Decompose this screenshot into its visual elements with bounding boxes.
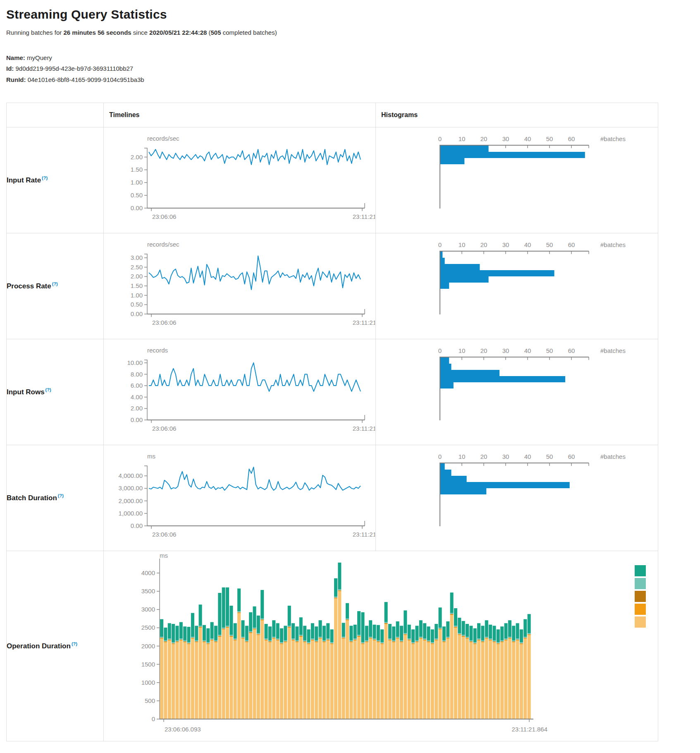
stacked-bar-segment	[323, 640, 326, 641]
stacked-bar-segment	[210, 640, 214, 640]
operation-duration-label: Operation Duration	[7, 642, 71, 650]
stacked-bar-segment	[288, 606, 291, 626]
stacked-bar-segment	[187, 627, 190, 642]
svg-text:8.00: 8.00	[131, 370, 143, 377]
stacked-bar-segment	[307, 644, 310, 719]
histogram-bar	[440, 276, 489, 283]
svg-text:2.00: 2.00	[131, 153, 143, 160]
stacked-bar-segment	[245, 642, 248, 643]
stacked-bar-segment	[439, 630, 442, 719]
histogram-bar	[440, 146, 489, 152]
stacked-bar-segment	[253, 629, 256, 630]
batch-duration-help-icon[interactable]: (?)	[58, 493, 64, 498]
stacked-bar-segment	[411, 644, 415, 719]
stacked-bar-segment	[512, 626, 515, 640]
query-runid-line: RunId: 04e101e6-8bf8-4165-9099-9104c951b…	[6, 74, 694, 85]
svg-text:records/sec: records/sec	[147, 241, 179, 248]
stacked-bar-segment	[446, 637, 449, 638]
stacked-bar-segment	[458, 618, 461, 633]
svg-text:0: 0	[438, 347, 442, 354]
stacked-bar-segment	[439, 628, 442, 628]
stacked-bar-segment	[257, 634, 260, 634]
stacked-bar-segment	[257, 634, 260, 635]
stacked-bar-segment	[172, 643, 175, 643]
stacked-bar-segment	[323, 642, 326, 719]
stacked-bar-segment	[477, 640, 480, 640]
query-id-label: Id:	[6, 65, 14, 72]
input-rate-label: Input Rate	[7, 176, 41, 184]
stacked-bar-segment	[523, 637, 527, 638]
stacked-bar-segment	[423, 640, 426, 640]
stacked-bar-segment	[241, 637, 244, 638]
stacked-bar-segment	[280, 644, 283, 719]
table-row-input-rate: Input Rate(?) records/sec0.000.501.001.5…	[7, 127, 658, 233]
histogram-chart-svg: 0102030405060#batches	[376, 127, 657, 231]
stacked-bar-segment	[334, 597, 337, 598]
stacked-bar-segment	[404, 635, 407, 719]
process-rate-help-icon[interactable]: (?)	[52, 281, 58, 286]
stacked-bar-segment	[253, 628, 256, 629]
query-name-label: Name:	[6, 54, 25, 61]
svg-text:23:06:06: 23:06:06	[152, 213, 176, 220]
stacked-bar-segment	[469, 642, 473, 719]
stacked-bar-segment	[469, 641, 473, 642]
stacked-bar-segment	[183, 640, 186, 641]
table-row-process-rate: Process Rate(?) records/sec0.000.501.001…	[7, 233, 658, 339]
stacked-bar-segment	[311, 640, 314, 640]
svg-text:60: 60	[568, 453, 575, 460]
stacked-bar-segment	[265, 640, 268, 640]
stacked-bar-segment	[354, 640, 357, 640]
stacked-bar-segment	[168, 638, 171, 639]
stacked-bar-segment	[396, 639, 399, 719]
input-rows-help-icon[interactable]: (?)	[45, 387, 51, 392]
stacked-bar-segment	[469, 626, 473, 640]
svg-text:ms: ms	[147, 453, 155, 460]
y-axis	[144, 360, 147, 420]
stacked-bar-segment	[288, 628, 291, 719]
stacked-bar-segment	[291, 640, 295, 640]
stacked-bar-segment	[299, 636, 303, 636]
stacked-bar-segment	[226, 628, 229, 719]
stacked-bar-segment	[516, 640, 519, 719]
stacked-bar-segment	[284, 640, 287, 641]
stacked-bar-segment	[473, 628, 477, 642]
stacked-bar-segment	[369, 639, 372, 719]
stacked-bar-segment	[528, 634, 531, 635]
stacked-bar-segment	[481, 642, 484, 643]
operation-duration-help-icon[interactable]: (?)	[72, 641, 77, 646]
svg-text:23:11:21: 23:11:21	[353, 319, 375, 326]
stacked-bar-segment	[206, 628, 210, 642]
stacked-bar-segment	[528, 633, 531, 634]
stacked-bar-segment	[268, 642, 272, 719]
input-rate-help-icon[interactable]: (?)	[42, 175, 48, 180]
stacked-bar-segment	[349, 642, 353, 643]
stacked-bar-segment	[338, 590, 341, 591]
stacked-bar-segment	[272, 637, 275, 638]
stacked-bar-segment	[311, 640, 314, 719]
svg-text:3.00: 3.00	[131, 254, 143, 261]
stacked-bar-segment	[268, 642, 272, 643]
svg-text:50: 50	[546, 135, 553, 142]
stacked-bar-segment	[523, 638, 527, 639]
histogram-chart-svg: 0102030405060#batches	[376, 233, 657, 337]
svg-text:10: 10	[459, 347, 466, 354]
stacked-bar-segment	[257, 635, 260, 719]
stacked-bar-segment	[319, 639, 322, 719]
metric-column-header	[7, 103, 104, 127]
stacked-bar-segment	[249, 612, 252, 631]
y-axis	[144, 466, 147, 526]
stacked-bar-segment	[458, 633, 461, 634]
stacked-bar-segment	[164, 628, 167, 640]
svg-text:40: 40	[524, 453, 531, 460]
svg-text:0.00: 0.00	[131, 522, 143, 529]
stacked-bar-segment	[462, 636, 465, 637]
stacked-bar-segment	[473, 643, 477, 644]
svg-text:30: 30	[502, 241, 509, 248]
stacked-bar-segment	[489, 640, 492, 640]
stacked-bar-segment	[210, 640, 214, 719]
stacked-bar-segment	[257, 633, 260, 634]
input-rate-label-cell: Input Rate(?)	[7, 127, 104, 233]
stacked-bar-segment	[415, 641, 418, 642]
stacked-bar-segment	[179, 640, 183, 640]
stacked-bar-segment	[408, 640, 411, 640]
